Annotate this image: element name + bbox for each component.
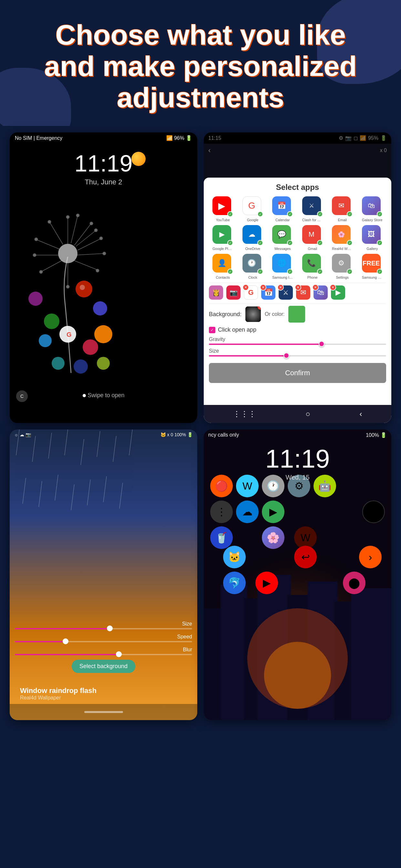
rain-speed-row: Speed <box>15 634 192 642</box>
selected-clash-removable[interactable]: ⚔ ✕ <box>279 285 294 301</box>
apps-grid-row3: 👤 ✓ Contacts 🕐 ✓ Clock 🌐 ✓ <box>209 254 386 279</box>
confirm-button[interactable]: Confirm <box>209 363 386 383</box>
city-icon-cat: 🐱 <box>223 546 246 568</box>
city-icon-dolphin: 🐬 <box>223 571 246 594</box>
selected-calendar-removable[interactable]: 📅 ✕ <box>261 285 277 301</box>
nav-home-icon[interactable]: ○ <box>305 409 310 418</box>
app-label-phone: Phone <box>307 275 318 279</box>
modal-title: Select apps <box>209 183 386 192</box>
app-item-clash[interactable]: ⚔ ✓ Clash for An... <box>299 196 327 222</box>
svg-point-8 <box>103 252 106 255</box>
battery-4: 100% <box>366 432 379 438</box>
app-item-settings[interactable]: ⚙ ✓ Settings <box>328 254 357 279</box>
svg-point-31 <box>39 334 52 347</box>
app-item-samsung-int[interactable]: 🌐 ✓ Samsung Int... <box>269 254 297 279</box>
app-label-samsung-fr: Samsung Fr... <box>362 275 382 279</box>
rain-blur-thumb[interactable] <box>116 651 122 657</box>
selected-galaxy-removable[interactable]: 🛍 ✕ <box>313 285 329 301</box>
svg-point-30 <box>28 291 42 306</box>
rain-blur-fill <box>15 654 121 655</box>
app-label-gallery: Gallery <box>366 247 378 251</box>
app-item-youtube[interactable]: ▶ ✓ YouTube <box>209 196 237 222</box>
apps-grid-row1: ▶ ✓ YouTube G ✓ Google 📅 <box>209 196 386 222</box>
nav-back-icon[interactable]: ‹ <box>360 409 362 418</box>
app-item-contacts[interactable]: 👤 ✓ Contacts <box>209 254 237 279</box>
apps-grid-row2: ▶ ✓ Google Play... ☁ ✓ OneDrive 💬 ✓ <box>209 225 386 251</box>
screen-lockscreen: No SIM | Emergency 📶 96% 🔋 11:19 Thu, Ju… <box>10 132 197 423</box>
svg-point-18 <box>35 238 38 241</box>
size-slider-row: Size <box>209 348 386 356</box>
app-item-calendar[interactable]: 📅 ✓ Calendar <box>269 196 297 222</box>
app-label-play: Google Play... <box>212 247 233 251</box>
rain-blur-track[interactable] <box>15 654 192 655</box>
app-item-samsung-fr[interactable]: FREE ✓ Samsung Fr... <box>359 254 387 279</box>
svg-line-42 <box>81 439 84 465</box>
click-open-checkbox[interactable]: ✓ <box>209 327 215 333</box>
size-track[interactable] <box>209 355 386 356</box>
svg-point-27 <box>93 301 107 315</box>
gravity-track[interactable] <box>209 344 386 345</box>
rain-size-thumb[interactable] <box>107 625 113 631</box>
screenshots-grid: No SIM | Emergency 📶 96% 🔋 11:19 Thu, Ju… <box>0 126 401 733</box>
selected-play-removable[interactable]: ▶ ✕ <box>331 285 346 301</box>
city-icon-unity: △ <box>362 500 385 523</box>
coin-3: 🐱 x 0 <box>160 432 174 437</box>
city-icon-play2: ▶ <box>262 500 284 523</box>
city-date: Wed, 15 <box>204 474 391 481</box>
app-item-gmail[interactable]: M ✓ Gmail <box>299 225 327 251</box>
svg-rect-56 <box>220 585 247 720</box>
gravity-thumb[interactable] <box>319 341 325 347</box>
svg-line-50 <box>87 479 90 505</box>
svg-line-48 <box>55 475 58 500</box>
app-item-phone[interactable]: 📞 ✓ Phone <box>299 254 327 279</box>
rain-speed-track[interactable] <box>15 641 192 642</box>
app-label-samsung-int: Samsung Int... <box>272 275 293 279</box>
app-item-gallery[interactable]: 🖼 ✓ Gallery <box>359 225 387 251</box>
rain-speed-fill <box>15 641 68 642</box>
app-item-galaxy[interactable]: 🛍 ✓ Galaxy Store <box>359 196 387 222</box>
svg-line-17 <box>37 240 61 250</box>
rain-size-row: Size <box>15 621 192 629</box>
gravity-slider-row: Gravity <box>209 337 386 345</box>
svg-line-19 <box>50 223 63 244</box>
city-icon-opera2: ⬤ <box>343 571 366 594</box>
dandelion-illustration: G <box>10 186 139 386</box>
color-swatch[interactable] <box>288 306 305 322</box>
app-item-play[interactable]: ▶ ✓ Google Play... <box>209 225 237 251</box>
app-label-galaxy: Galaxy Store <box>362 218 382 222</box>
rain-size-fill <box>15 628 112 629</box>
svg-point-10 <box>96 269 99 272</box>
city-icon-flower: 🌸 <box>262 526 284 549</box>
svg-line-23 <box>76 231 95 246</box>
app-label-email: Email <box>338 218 347 222</box>
rain-speed-thumb[interactable] <box>63 639 68 644</box>
app-item-messages[interactable]: 💬 ✓ Messages <box>269 225 297 251</box>
bg-preview-thumbnail[interactable]: ✕ <box>245 306 261 322</box>
app-item-clock[interactable]: 🕐 ✓ Clock <box>239 254 267 279</box>
app-item-real4d[interactable]: 🌸 ✓ Real4d Wall... <box>328 225 357 251</box>
size-thumb[interactable] <box>283 352 289 359</box>
selected-google-removable[interactable]: G ✕ <box>244 285 259 301</box>
dandelion-area: 11:19 Thu, June 2 <box>10 144 197 408</box>
app-item-google[interactable]: G ✓ Google <box>239 196 267 222</box>
svg-point-34 <box>83 339 98 355</box>
svg-line-39 <box>32 436 35 462</box>
clock-decoration <box>131 152 146 166</box>
battery-text-1: 96% <box>174 135 184 141</box>
size-label: Size <box>209 348 386 354</box>
select-background-button[interactable]: Select background <box>72 660 135 673</box>
rain-size-track[interactable] <box>15 628 192 629</box>
app-item-onedrive[interactable]: ☁ ✓ OneDrive <box>239 225 267 251</box>
city-icon-blue: 🥤 <box>210 526 233 549</box>
check-calendar: ✓ <box>287 211 293 217</box>
nav-menu-icon[interactable]: ⋮⋮⋮ <box>233 409 256 418</box>
svg-line-51 <box>103 476 106 502</box>
svg-point-12 <box>66 285 69 288</box>
svg-line-47 <box>39 481 42 507</box>
selected-email-removable[interactable]: ✉ ✕ <box>296 285 312 301</box>
check-google: ✓ <box>257 211 263 217</box>
check-email: ✓ <box>347 211 352 217</box>
app-label-clash: Clash for An... <box>302 218 323 222</box>
app-item-email[interactable]: ✉ ✓ Email <box>328 196 357 222</box>
c-icon: C <box>16 391 28 402</box>
